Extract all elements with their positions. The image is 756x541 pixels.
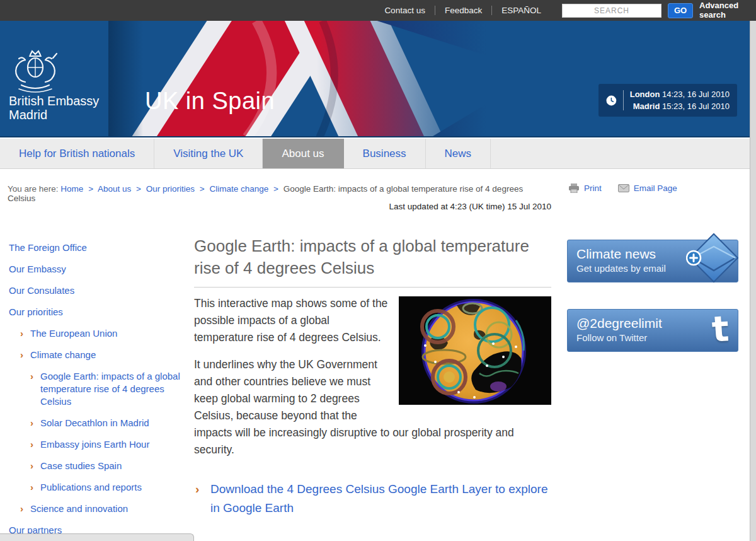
print-button[interactable]: Print (568, 183, 602, 193)
language-espanol-link[interactable]: ESPAÑOL (501, 6, 541, 15)
breadcrumb-prefix: You are here: (8, 184, 59, 194)
bullet-arrow-icon: › (30, 417, 33, 429)
top-utility-bar: Contact us Feedback ESPAÑOL GO Advanced … (0, 0, 756, 21)
tab-business[interactable]: Business (344, 139, 426, 168)
sidebar-item-our-embassy[interactable]: Our Embassy (9, 263, 183, 276)
page-tools: Print Email Page (568, 183, 677, 193)
clock-icon (606, 95, 617, 106)
twitter-icon: t (711, 308, 730, 350)
promo-title: @2degreelimit (576, 315, 729, 332)
email-plus-icon (686, 230, 740, 288)
sidebar-item-foreign-office[interactable]: The Foreign Office (9, 241, 183, 254)
breadcrumb-climate-change[interactable]: Climate change (209, 184, 268, 194)
madrid-time: Madrid 15:23, 16 Jul 2010 (630, 100, 730, 113)
download-google-earth-layer-link[interactable]: › Download the 4 Degrees Celsius Google … (194, 480, 551, 518)
bullet-arrow-icon: › (30, 460, 33, 472)
globe-4-degrees-map-image (399, 296, 551, 405)
breadcrumb-separator: > (273, 184, 278, 194)
bullet-arrow-icon: › (195, 480, 199, 499)
embassy-name[interactable]: British Embassy Madrid (9, 94, 99, 122)
divider (491, 6, 492, 15)
sidebar-item-publications-reports[interactable]: › Publications and reports (9, 481, 183, 494)
breadcrumb-separator: > (88, 184, 93, 194)
article: Google Earth: impacts of a global temper… (194, 230, 551, 541)
bullet-arrow-icon: › (30, 481, 33, 494)
sidebar-item-earth-hour[interactable]: › Embassy joins Earth Hour (9, 438, 183, 451)
promo-rail: Climate news Get updates by email @2degr… (567, 240, 738, 378)
divider (435, 6, 435, 15)
bullet-arrow-icon: › (20, 349, 23, 361)
browser-status-bar (0, 533, 194, 541)
bullet-arrow-icon: › (30, 370, 33, 383)
breadcrumb: You are here: Home > About us > Our prio… (8, 184, 549, 203)
sidebar-nav: The Foreign Office Our Embassy Our Consu… (9, 241, 183, 541)
sidebar-item-google-earth-4-degrees[interactable]: › Google Earth: impacts of a global temp… (9, 370, 183, 408)
breadcrumb-separator: > (200, 184, 205, 194)
breadcrumb-separator: > (136, 184, 141, 194)
tab-about-us[interactable]: About us (263, 139, 343, 168)
bullet-arrow-icon: › (30, 438, 33, 451)
london-time: London 14:23, 16 Jul 2010 (630, 88, 730, 101)
site-title: UK in Spain (145, 88, 275, 115)
tab-visiting-the-uk[interactable]: Visiting the UK (154, 139, 263, 168)
world-clock-widget: London 14:23, 16 Jul 2010 Madrid 15:23, … (598, 84, 737, 117)
breadcrumb-our-priorities[interactable]: Our priorities (146, 184, 195, 194)
divider (623, 90, 624, 110)
twitter-follow-banner[interactable]: @2degreelimit Follow on Twitter t (567, 309, 738, 352)
sidebar-item-our-priorities[interactable]: Our priorities (9, 306, 183, 318)
email-page-button[interactable]: Email Page (618, 183, 677, 193)
climate-news-signup-banner[interactable]: Climate news Get updates by email (567, 240, 738, 282)
breadcrumb-home[interactable]: Home (60, 184, 83, 194)
last-updated-text: Last updated at 4:23 (UK time) 15 Jul 20… (194, 202, 551, 211)
bullet-arrow-icon: › (20, 503, 23, 515)
sidebar-item-our-consulates[interactable]: Our Consulates (9, 284, 183, 297)
primary-nav: Help for British nationals Visiting the … (0, 139, 750, 169)
sidebar-item-climate-change[interactable]: › Climate change (9, 349, 183, 361)
union-jack-flag-image (108, 21, 486, 137)
breadcrumb-about-us[interactable]: About us (98, 184, 131, 194)
page: Contact us Feedback ESPAÑOL GO Advanced … (0, 0, 756, 541)
vertical-scrollbar[interactable] (750, 21, 756, 541)
site-header: British Embassy Madrid UK in Spain Londo… (0, 21, 756, 137)
sidebar-item-case-studies-spain[interactable]: › Case studies Spain (9, 460, 183, 472)
printer-icon (568, 183, 580, 193)
contact-us-link[interactable]: Contact us (384, 6, 425, 15)
tab-help-for-british-nationals[interactable]: Help for British nationals (0, 139, 154, 168)
page-title: Google Earth: impacts of a global temper… (194, 235, 551, 279)
search-go-button[interactable]: GO (668, 3, 693, 18)
divider (194, 287, 551, 288)
bullet-arrow-icon: › (20, 327, 23, 340)
search-input[interactable] (562, 4, 662, 18)
advanced-search-link[interactable]: Advanced search (699, 1, 747, 20)
sidebar-item-science-innovation[interactable]: › Science and innovation (9, 503, 183, 515)
article-link-list: › Download the 4 Degrees Celsius Google … (194, 480, 551, 541)
tab-news[interactable]: News (426, 139, 491, 168)
sidebar-item-solar-decathlon[interactable]: › Solar Decathlon in Madrid (9, 417, 183, 429)
envelope-icon (618, 184, 629, 192)
sidebar-item-european-union[interactable]: › The European Union (9, 327, 183, 340)
royal-coat-of-arms-logo[interactable] (9, 49, 62, 94)
feedback-link[interactable]: Feedback (445, 6, 482, 15)
promo-subtitle: Follow on Twitter (576, 332, 729, 344)
